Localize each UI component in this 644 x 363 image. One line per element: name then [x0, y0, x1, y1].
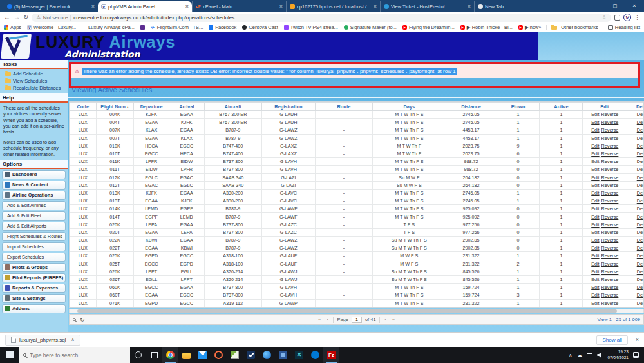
- delete-link[interactable]: Delete: [637, 269, 644, 275]
- sidebar-item-dashboard[interactable]: Dashboard: [2, 170, 66, 179]
- taskbar-clock[interactable]: 19:23 07/04/2021: [607, 349, 629, 360]
- delete-link[interactable]: Delete: [637, 112, 644, 117]
- edit-link[interactable]: Edit: [591, 143, 599, 149]
- reverse-link[interactable]: Reverse: [601, 190, 619, 196]
- tab-close-icon[interactable]: ×: [374, 3, 377, 10]
- edit-link[interactable]: Edit: [591, 119, 599, 125]
- tab-close-icon[interactable]: ×: [91, 3, 95, 10]
- delete-link[interactable]: Delete: [637, 159, 644, 164]
- edit-link[interactable]: Edit: [591, 159, 599, 164]
- task-link[interactable]: Add Schedule: [0, 70, 68, 77]
- skype-icon[interactable]: [307, 347, 323, 363]
- bookmark-item[interactable]: VWelcome - Luxury...: [27, 25, 76, 30]
- edit-link[interactable]: Edit: [591, 182, 599, 188]
- edit-link[interactable]: Edit: [591, 300, 599, 306]
- scrollbar-thumb[interactable]: [77, 309, 617, 313]
- sidebar-item-import-schedules[interactable]: Import Schedules: [2, 242, 66, 251]
- edit-link[interactable]: Edit: [591, 237, 599, 243]
- chrome-icon[interactable]: [162, 347, 178, 363]
- sidebar-item-news-content[interactable]: News & Content: [2, 181, 66, 190]
- bookmark-item[interactable]: Twitch TV PS4 strea...: [284, 25, 338, 30]
- taskbar-search-input[interactable]: [30, 352, 113, 358]
- reading-list[interactable]: Reading list: [608, 25, 640, 30]
- column-header-arrival[interactable]: Arrival: [169, 103, 204, 111]
- tab-close-icon[interactable]: ×: [279, 3, 283, 10]
- photos-app-icon[interactable]: [275, 347, 291, 363]
- delete-link[interactable]: Delete: [637, 277, 644, 282]
- reverse-link[interactable]: Reverse: [601, 135, 619, 141]
- tab-close-icon[interactable]: ×: [185, 3, 189, 10]
- column-header-route[interactable]: Route: [315, 103, 372, 111]
- volume-icon[interactable]: [597, 353, 603, 358]
- delete-link[interactable]: Delete: [637, 119, 644, 125]
- delete-link[interactable]: Delete: [637, 175, 644, 181]
- browser-tab[interactable]: cp162175.hpdns.net / localhost / ...×: [286, 1, 380, 12]
- browser-tab[interactable]: cPcPanel - Main×: [192, 1, 286, 12]
- column-header-distance[interactable]: Distance: [446, 103, 497, 111]
- reverse-link[interactable]: Reverse: [601, 166, 619, 172]
- column-header-flown[interactable]: Flown: [497, 103, 540, 111]
- edit-link[interactable]: Edit: [591, 190, 599, 196]
- refresh-icon[interactable]: ↻: [80, 317, 85, 323]
- column-header-active[interactable]: Active: [540, 103, 583, 111]
- delete-link[interactable]: Delete: [637, 245, 644, 251]
- edit-link[interactable]: Edit: [591, 222, 599, 228]
- edit-link[interactable]: Edit: [591, 292, 599, 298]
- sidebar-item-flight-schedules-routes[interactable]: Flight Schedules & Routes: [2, 232, 66, 241]
- bookmark-star-icon[interactable]: ☆: [601, 14, 607, 21]
- browser-tab[interactable]: New Tab: [474, 1, 511, 12]
- delete-link[interactable]: Delete: [637, 166, 644, 172]
- column-header-days[interactable]: Days: [373, 103, 446, 111]
- file-explorer-icon[interactable]: [178, 347, 194, 363]
- show-all-button[interactable]: Show all: [596, 335, 627, 345]
- cortana-icon[interactable]: [130, 347, 146, 363]
- edit-link[interactable]: Edit: [591, 230, 599, 235]
- filezilla-icon[interactable]: Fz: [323, 347, 339, 363]
- chevron-up-icon[interactable]: ∧: [71, 337, 74, 342]
- reverse-link[interactable]: Reverse: [601, 143, 619, 149]
- profile-avatar[interactable]: V: [623, 14, 631, 21]
- delete-link[interactable]: Delete: [637, 230, 644, 235]
- next-page-button[interactable]: ›: [383, 317, 388, 322]
- edit-link[interactable]: Edit: [591, 214, 599, 220]
- forward-icon[interactable]: →: [14, 12, 20, 23]
- bookmark-item[interactable]: ✈FlightSim.Com - TS...: [151, 25, 204, 30]
- search-icon[interactable]: [73, 318, 76, 321]
- column-header-code[interactable]: Code: [70, 103, 97, 111]
- delete-link[interactable]: Delete: [637, 284, 644, 290]
- reload-icon[interactable]: ↻: [23, 12, 28, 23]
- task-link[interactable]: View Schedules: [0, 77, 68, 84]
- delete-link[interactable]: Delete: [637, 237, 644, 243]
- reverse-link[interactable]: Reverse: [601, 159, 619, 164]
- sidebar-item-add-edit-airlines[interactable]: Add & Edit Airlines: [2, 201, 66, 210]
- horizontal-scrollbar[interactable]: [69, 309, 644, 313]
- minimize-icon[interactable]: –: [586, 0, 605, 12]
- download-bar-close-icon[interactable]: ×: [636, 337, 639, 343]
- bookmark-item[interactable]: cPLuxury Airways cPa...: [82, 25, 135, 30]
- column-header-flight-num[interactable]: Flight Num▲: [96, 103, 134, 111]
- edit-link[interactable]: Edit: [591, 166, 599, 172]
- tab-close-icon[interactable]: ×: [468, 3, 471, 10]
- bookmark-item[interactable]: Centova Cast: [242, 25, 278, 30]
- notes-app-icon[interactable]: [227, 347, 243, 363]
- column-header-delete[interactable]: Delete: [627, 103, 644, 111]
- reverse-link[interactable]: Reverse: [601, 127, 619, 133]
- column-header-edit[interactable]: Edit: [583, 103, 627, 111]
- action-center-icon[interactable]: [633, 352, 639, 358]
- reverse-link[interactable]: Reverse: [601, 292, 619, 298]
- globe-app-icon[interactable]: [259, 347, 275, 363]
- reverse-link[interactable]: Reverse: [601, 269, 619, 275]
- reverse-link[interactable]: Reverse: [601, 119, 619, 125]
- delete-link[interactable]: Delete: [637, 206, 644, 211]
- edit-link[interactable]: Edit: [591, 206, 599, 211]
- edit-link[interactable]: Edit: [591, 151, 599, 157]
- omnibox[interactable]: ⚠ Not secure crewcentre.luxuryairways.co…: [32, 14, 611, 22]
- reverse-link[interactable]: Reverse: [601, 214, 619, 220]
- check-app-icon[interactable]: [243, 347, 259, 363]
- reverse-link[interactable]: Reverse: [601, 182, 619, 188]
- bookmark-item[interactable]: ▶▶ Robin Thicke - Bl...: [460, 25, 513, 30]
- download-item[interactable]: luxuryai_phpvms.sql ∧: [5, 335, 80, 346]
- mail-icon[interactable]: [194, 347, 211, 363]
- edit-link[interactable]: Edit: [591, 198, 599, 204]
- bookmark-item[interactable]: ▶▶ how to remove t...: [518, 25, 538, 30]
